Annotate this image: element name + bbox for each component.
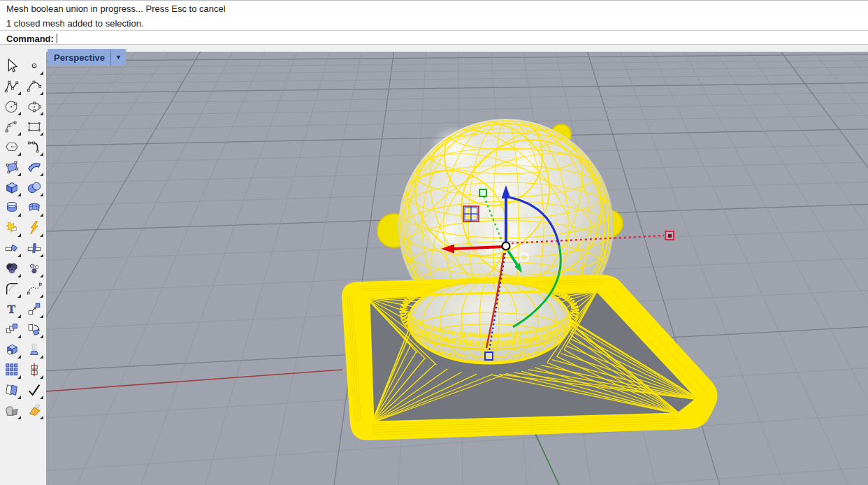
flyout-corner-icon [17,213,21,217]
toolbar-box[interactable] [1,178,22,197]
toolbar-copy[interactable] [1,319,22,339]
perspective-viewport[interactable] [46,52,868,485]
flyout-corner-icon [17,416,21,419]
toolbar-rotate[interactable] [24,319,44,339]
flyout-corner-icon [40,396,43,399]
command-input[interactable]: Command: [0,30,868,46]
toolbar-curve-handles[interactable] [24,137,44,157]
flyout-corner-icon [40,355,43,359]
toolbar-circle[interactable] [1,96,22,116]
text-caret [57,34,57,43]
viewport-canvas[interactable] [46,52,868,485]
toolbar-mesh-tools[interactable] [1,400,22,420]
viewport-dropdown-button[interactable]: ▼ [110,49,126,66]
flyout-corner-icon [17,92,21,95]
toolbar-point-cloud[interactable] [24,259,44,278]
toolbar-split[interactable] [24,238,44,258]
flyout-corner-icon [17,254,21,257]
toolbar-point[interactable] [24,56,44,75]
toolbar-drape-surface[interactable] [24,400,44,420]
select-icon [4,58,20,73]
flyout-corner-icon [17,294,21,298]
flyout-corner-icon [40,335,43,338]
flyout-corner-icon [40,132,43,136]
flyout-corner-icon [17,132,21,136]
gumball-origin-handle[interactable] [502,243,510,250]
toolbar-strip [46,45,868,52]
flyout-corner-icon [40,213,43,217]
gumball-x-extension-handle[interactable] [665,231,674,240]
viewport-tab-perspective[interactable]: Perspective ▼ [48,49,126,66]
toolbar-curve-boolean[interactable] [1,259,22,278]
gumball-y-extension-handle[interactable] [479,189,486,196]
toolbar-mesh-boolean-union[interactable] [1,218,22,238]
rhino-window: Mesh boolean union in progress... Press … [0,0,868,485]
toolbar-text-object[interactable]: T [1,299,22,319]
flyout-corner-icon [17,396,21,399]
toolbar-rectangle[interactable] [24,117,44,136]
toolbar-check-selection[interactable] [24,380,44,400]
flyout-corner-icon [40,71,43,75]
command-prompt-label: Command: [6,31,54,46]
flyout-corner-icon [40,152,43,156]
flyout-corner-icon [17,233,21,237]
toolbar-fillet-curve[interactable] [1,279,22,298]
flyout-corner-icon [17,375,21,379]
svg-text:T: T [7,302,15,316]
chevron-down-icon: ▼ [115,55,122,61]
flyout-corner-icon [17,314,21,318]
toolbar-surface-corner-points[interactable] [1,157,22,177]
toolbar-trim[interactable] [1,238,22,258]
command-area: Mesh boolean union in progress... Press … [0,0,868,45]
toolbar-move[interactable] [24,299,44,319]
flyout-corner-icon [40,112,43,115]
left-toolbar: T [0,45,46,485]
toolbar-ellipse[interactable] [24,96,44,116]
flyout-corner-icon [40,314,43,318]
flyout-corner-icon [17,152,21,156]
flyout-corner-icon [40,92,43,95]
command-history-line-1: Mesh boolean union in progress... Press … [0,1,868,17]
flyout-corner-icon [17,112,21,115]
toolbar-array-rectangular[interactable] [1,360,22,379]
toolbar-interpolate-curve[interactable] [24,76,44,96]
toolbar-offset-surface[interactable] [1,380,22,400]
flyout-corner-icon [40,173,43,176]
toolbar-arc[interactable] [1,117,22,136]
toolbar-sphere[interactable] [24,178,44,197]
flyout-corner-icon [40,294,43,298]
toolbar-extrude-surface[interactable] [1,198,22,217]
flyout-corner-icon [17,173,21,176]
toolbar-surface-network[interactable] [24,198,44,217]
toolbar-solid-edit[interactable] [1,340,22,359]
command-history-line-2: 1 closed mesh added to selection. [0,17,868,30]
flyout-corner-icon [40,254,43,257]
gumball-z-extension-handle[interactable] [485,352,493,360]
flyout-corner-icon [40,233,43,237]
toolbar-polyline[interactable] [1,76,22,96]
toolbar-grid: T [0,45,46,420]
flyout-corner-icon [40,416,43,419]
flyout-corner-icon [40,193,43,196]
toolbar-lights[interactable] [24,340,44,359]
viewport-tab-label: Perspective [54,52,110,63]
toolbar-blend-curve[interactable] [24,279,44,298]
flyout-corner-icon [40,375,43,379]
toolbar-surface-from-curves[interactable] [24,157,44,177]
flyout-corner-icon [17,193,21,196]
flyout-corner-icon [17,335,21,338]
toolbar-select[interactable] [1,56,22,75]
toolbar-polygon[interactable] [1,137,22,157]
toolbar-array-linear[interactable] [24,360,44,379]
flyout-corner-icon [40,274,43,277]
flyout-corner-icon [17,355,21,359]
flyout-corner-icon [17,274,21,277]
toolbar-explode[interactable] [24,218,44,238]
